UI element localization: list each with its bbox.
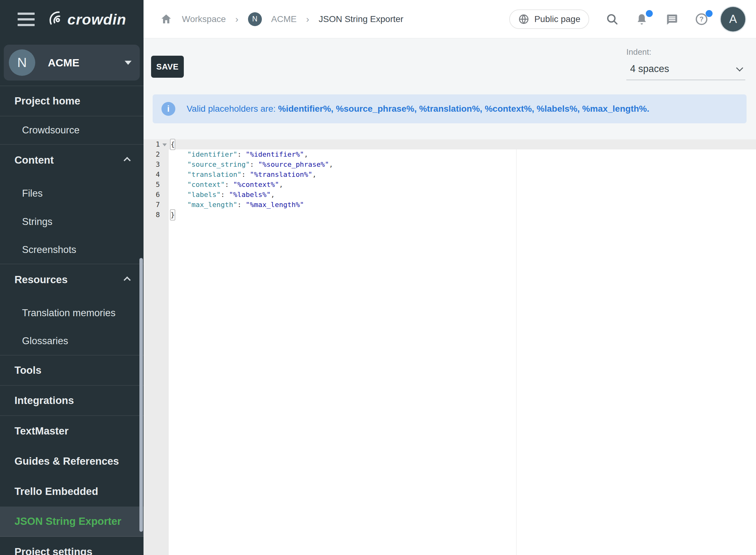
line-number: 4 <box>143 170 169 180</box>
indent-value: 4 spaces <box>630 63 669 75</box>
sidebar-item-project-home[interactable]: Project home <box>0 86 143 117</box>
crowdin-logo-mark <box>47 9 65 29</box>
hamburger-menu-icon[interactable] <box>17 12 35 26</box>
code-line-1[interactable]: { <box>169 139 756 150</box>
chevron-up-icon <box>124 157 131 164</box>
code-token: "%source_phrase%" <box>258 161 329 168</box>
notifications-button[interactable] <box>635 12 648 26</box>
org-avatar: N <box>9 49 35 76</box>
line-number: 6 <box>143 190 169 200</box>
fold-toggle-icon[interactable] <box>162 143 167 146</box>
sidebar-item-label: Resources <box>14 274 125 286</box>
code-line-3[interactable]: "source_string": "%source_phrase%", <box>169 160 756 170</box>
code-line-2[interactable]: "identifier": "%identifier%", <box>169 150 756 160</box>
public-page-button[interactable]: Public page <box>509 9 589 29</box>
sidebar-item-label: Tools <box>14 364 42 376</box>
line-number: 5 <box>143 180 169 190</box>
code-line-6[interactable]: "labels": "%labels%", <box>169 190 756 200</box>
sidebar-item-glossaries[interactable]: Glossaries <box>0 327 143 355</box>
crowdin-logo[interactable]: crowdin <box>47 9 126 29</box>
sidebar-item-label: Project settings <box>14 546 92 555</box>
code-line-4[interactable]: "translation": "%translation%", <box>169 170 756 180</box>
sidebar-item-label: Translation memories <box>22 307 116 319</box>
code-token: "source_string" <box>187 161 250 168</box>
top-bar: Workspace › N ACME › JSON String Exporte… <box>143 0 756 38</box>
sidebar-item-project-settings[interactable]: Project settings <box>0 537 143 555</box>
user-avatar[interactable]: A <box>721 7 745 32</box>
org-name: ACME <box>48 57 125 69</box>
code-token: "%translation%" <box>250 171 312 178</box>
sidebar-item-json-string-exporter[interactable]: JSON String Exporter <box>0 507 143 537</box>
sidebar-item-label: Files <box>22 188 42 199</box>
sidebar-scrollbar[interactable] <box>139 258 143 532</box>
sidebar-item-translation-memories[interactable]: Translation memories <box>0 299 143 327</box>
indent-select[interactable]: 4 spaces <box>626 57 745 80</box>
crowdin-logo-text: crowdin <box>67 11 126 28</box>
code-token: , <box>304 151 308 158</box>
code-token: "%labels%" <box>229 191 270 199</box>
sidebar-item-trello-embedded[interactable]: Trello Embedded <box>0 476 143 507</box>
help-button[interactable]: ? <box>695 12 708 26</box>
code-token: : <box>241 171 250 178</box>
home-icon[interactable] <box>160 13 172 26</box>
project-avatar[interactable]: N <box>248 12 262 26</box>
sidebar-item-screenshots[interactable]: Screenshots <box>0 236 143 264</box>
breadcrumb-project[interactable]: ACME <box>271 14 297 24</box>
code-token: , <box>329 161 333 168</box>
editor-gutter: 12345678 <box>143 139 169 555</box>
code-editor[interactable]: 12345678 { "identifier": "%identifier%",… <box>143 139 756 555</box>
code-line-7[interactable]: "max_length": "%max_length%" <box>169 200 756 210</box>
main-content: SAVE Indent: 4 spaces i Valid placeholde… <box>143 38 756 555</box>
sidebar-nav: Project homeCrowdsourceContentFilesStrin… <box>0 86 143 555</box>
code-token <box>171 151 187 158</box>
code-token: , <box>271 191 275 199</box>
chevron-up-icon <box>124 276 131 284</box>
sidebar-item-crowdsource[interactable]: Crowdsource <box>0 117 143 145</box>
org-selector[interactable]: N ACME <box>4 45 140 81</box>
chevron-down-icon <box>125 61 132 65</box>
top-actions: Public page <box>509 7 745 32</box>
line-number: 3 <box>143 160 169 170</box>
line-number: 7 <box>143 200 169 210</box>
sidebar-item-tools[interactable]: Tools <box>0 355 143 386</box>
code-token: : <box>237 201 246 209</box>
code-token: } <box>170 209 175 220</box>
code-token: : <box>225 181 233 188</box>
save-button[interactable]: SAVE <box>151 56 184 78</box>
code-token: "%max_length%" <box>246 201 304 209</box>
sidebar-item-textmaster[interactable]: TextMaster <box>0 416 143 446</box>
sidebar-logo-row: crowdin <box>0 0 143 38</box>
breadcrumb-workspace[interactable]: Workspace <box>182 14 226 24</box>
svg-text:?: ? <box>699 15 704 23</box>
code-token <box>171 161 187 168</box>
globe-icon <box>518 13 530 25</box>
code-token: , <box>279 181 283 188</box>
sidebar-item-content[interactable]: Content <box>0 145 143 179</box>
code-token: "labels" <box>187 191 221 199</box>
sidebar-item-label: Trello Embedded <box>14 485 98 498</box>
code-token <box>171 201 187 209</box>
sidebar-item-strings[interactable]: Strings <box>0 208 143 236</box>
code-token: "context" <box>187 181 225 188</box>
messages-button[interactable] <box>665 12 679 26</box>
code-line-8[interactable]: } <box>169 210 756 220</box>
code-token: "%context%" <box>233 181 279 188</box>
chevron-right-icon: › <box>236 14 239 25</box>
public-page-label: Public page <box>535 14 580 24</box>
sidebar-item-label: Project home <box>14 95 80 107</box>
sidebar-item-label: Screenshots <box>22 244 76 255</box>
indent-label: Indent: <box>626 47 745 57</box>
code-token: "translation" <box>187 171 241 178</box>
info-icon: i <box>162 102 175 116</box>
sidebar-item-files[interactable]: Files <box>0 179 143 208</box>
help-badge <box>706 10 713 17</box>
code-line-5[interactable]: "context": "%context%", <box>169 180 756 190</box>
code-token: "identifier" <box>187 151 237 158</box>
sidebar-item-resources[interactable]: Resources <box>0 264 143 299</box>
chevron-down-icon <box>736 65 744 72</box>
sidebar-item-guides-references[interactable]: Guides & References <box>0 446 143 476</box>
search-button[interactable] <box>605 12 619 26</box>
sidebar-item-integrations[interactable]: Integrations <box>0 386 143 416</box>
editor-code: { "identifier": "%identifier%", "source_… <box>169 139 756 555</box>
code-token: "max_length" <box>187 201 237 209</box>
